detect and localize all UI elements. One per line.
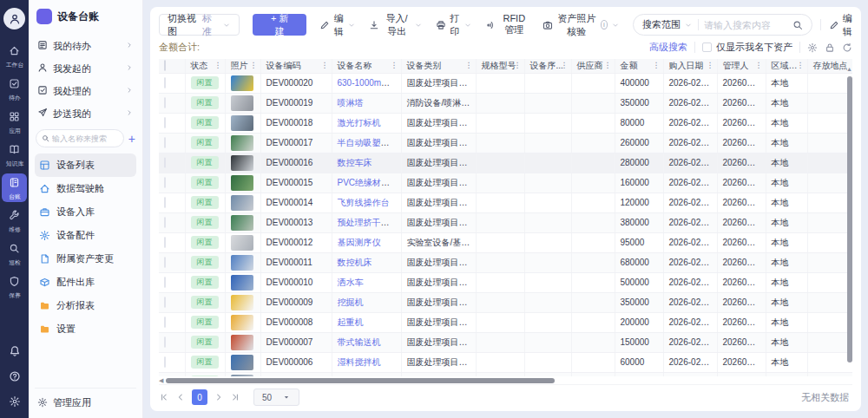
table-row[interactable]: 闲置DEV000007带式输送机固废处理项目焚烧系...1500002026-0… (159, 332, 852, 352)
rail-item-台账[interactable]: 台账 (2, 173, 27, 202)
table-row[interactable]: 闲置DEV000006湿料搅拌机固废处理项目焚烧系...600002026-02… (159, 352, 852, 372)
search-icon[interactable] (792, 20, 803, 30)
sidebar-menu-抄送我的[interactable]: 抄送我的 (35, 102, 136, 125)
toolbar-button-RFID管理[interactable]: RFID管理 (485, 13, 529, 36)
row-checkbox[interactable] (164, 157, 166, 168)
search-scope-dropdown[interactable]: 搜索范围 (642, 18, 693, 31)
first-page-button[interactable] (159, 392, 169, 402)
column-header-设备序...[interactable]: 设备序...⋮ (524, 59, 571, 73)
column-header-规格型号[interactable]: 规格型号⋮ (476, 59, 524, 73)
column-menu-icon[interactable]: ⋮ (604, 61, 612, 69)
equipment-photo[interactable] (231, 95, 253, 111)
sidebar-item-设备列表[interactable]: 设备列表 (35, 153, 136, 177)
equipment-photo[interactable] (231, 195, 253, 211)
refresh-icon[interactable] (842, 42, 852, 53)
column-header-供应商[interactable]: 供应商⋮ (571, 59, 615, 73)
vertical-scrollbar[interactable] (847, 76, 852, 362)
sidebar-item-数据驾驶舱[interactable]: 数据驾驶舱 (35, 177, 136, 200)
sidebar-item-配件出库[interactable]: 配件出库 (35, 271, 136, 294)
gear-icon[interactable] (9, 395, 21, 411)
equipment-name-link[interactable]: 带式输送机 (338, 337, 381, 347)
equipment-name-link[interactable]: 基因测序仪 (338, 238, 381, 247)
add-view-button[interactable]: + (128, 133, 135, 145)
row-checkbox[interactable] (164, 117, 166, 128)
column-header-设备编码[interactable]: 设备编码⋮ (260, 59, 332, 73)
sidebar-menu-我发起的[interactable]: 我发起的 (35, 57, 136, 80)
row-checkbox[interactable] (164, 177, 166, 188)
column-header-管理人[interactable]: 管理人⋮ (717, 59, 766, 73)
global-search-input[interactable] (704, 20, 787, 30)
equipment-photo[interactable] (231, 135, 253, 151)
manage-app-button[interactable]: 管理应用 (35, 388, 136, 411)
equipment-photo[interactable] (231, 175, 253, 191)
sidebar-menu-我处理的[interactable]: 我处理的 (35, 80, 136, 102)
table-row[interactable]: 闲置DEV000012基因测序仪实验室设备/基因测序仪950002026-02-… (159, 232, 852, 252)
table-row[interactable]: 闲置DEV000009挖掘机固废处理项目焚烧系...3500002026-02-… (159, 292, 852, 312)
equipment-name-link[interactable]: PVC绝缘材料电... (338, 178, 402, 187)
sidebar-item-设置[interactable]: 设置 (35, 317, 136, 341)
column-menu-icon[interactable]: ⋮ (514, 61, 522, 69)
row-checkbox[interactable] (164, 317, 166, 328)
row-checkbox[interactable] (164, 257, 166, 268)
row-checkbox[interactable] (164, 197, 166, 208)
equipment-name-link[interactable]: 半自动吸塑成型机 (338, 138, 402, 147)
rail-item-知识库[interactable]: 知识库 (2, 140, 27, 169)
row-checkbox[interactable] (164, 137, 166, 148)
only-mine-toggle[interactable]: 仅显示我名下资产 (702, 41, 792, 54)
table-row[interactable]: 闲置DEV000018激光打标机固废处理项目焚烧系...800002026-02… (159, 113, 852, 133)
column-menu-icon[interactable]: ⋮ (214, 61, 222, 69)
row-checkbox[interactable] (164, 336, 166, 348)
equipment-photo[interactable] (231, 255, 253, 271)
equipment-name-link[interactable]: 挖掘机 (338, 297, 364, 307)
equipment-name-link[interactable]: 630-1000mm无... (338, 78, 402, 88)
column-menu-icon[interactable]: ⋮ (707, 61, 714, 69)
table-row[interactable]: 闲置DEV000020630-1000mm无...固废处理项目焚烧系...400… (159, 73, 852, 93)
row-checkbox[interactable] (164, 77, 166, 88)
equipment-photo[interactable] (231, 235, 253, 251)
column-header-金额[interactable]: 金额⋮ (615, 59, 663, 73)
row-checkbox[interactable] (164, 356, 166, 368)
select-all-checkbox[interactable] (164, 60, 166, 71)
equipment-photo[interactable] (231, 275, 253, 291)
table-row[interactable]: 闲置DEV000010洒水车固废处理项目焚烧系...5000002026-02-… (159, 272, 852, 292)
column-header-购入日期[interactable]: 购入日期⋮ (663, 59, 717, 73)
column-header-区域名称[interactable]: 区域名称⋮ (766, 59, 807, 73)
table-row[interactable]: 闲置DEV000014飞剪线操作台固废处理项目焚烧系...1200002026-… (159, 193, 852, 212)
equipment-photo[interactable] (231, 155, 253, 171)
column-menu-icon[interactable]: ⋮ (755, 61, 763, 69)
table-row[interactable]: 闲置DEV000013预处理挤干辊交...固废处理项目焚烧系...3800002… (159, 212, 852, 232)
page-size-select[interactable]: 50 (253, 389, 299, 406)
rail-item-工作台[interactable]: 工作台 (2, 42, 27, 70)
toolbar-button-导入/导出[interactable]: 导入/导出 (369, 12, 423, 38)
rail-item-巡检[interactable]: 巡检 (2, 239, 27, 268)
horizontal-scrollbar-thumb[interactable] (166, 378, 555, 383)
row-checkbox[interactable] (164, 297, 166, 308)
column-menu-icon[interactable]: ⋮ (561, 61, 569, 69)
equipment-name-link[interactable]: 预处理挤干辊交... (338, 218, 402, 227)
table-row[interactable]: 闲置DEV000011数控机床固废处理项目焚烧系...6800002026-02… (159, 252, 852, 272)
rail-item-应用[interactable]: 应用 (2, 108, 27, 136)
next-page-button[interactable] (214, 392, 224, 402)
table-row[interactable]: 闲置DEV000015PVC绝缘材料电...固废处理项目焚烧系...160000… (159, 173, 852, 193)
scrollbar-up-arrow[interactable]: ▲ (846, 66, 852, 72)
rail-item-保养[interactable]: 保养 (2, 272, 27, 301)
sidebar-menu-我的待办[interactable]: 我的待办 (35, 35, 136, 57)
toolbar-button-编辑[interactable]: 编辑 (319, 12, 356, 38)
last-page-button[interactable] (230, 392, 240, 402)
column-menu-icon[interactable]: ⋮ (250, 61, 258, 69)
sidebar-search-box[interactable] (36, 129, 124, 147)
column-header-状态[interactable]: 状态⋮ (185, 59, 225, 73)
rail-item-待办[interactable]: 待办 (2, 75, 27, 103)
current-page-button[interactable]: 0 (192, 389, 207, 405)
column-menu-icon[interactable]: ⋮ (391, 61, 398, 69)
sidebar-search-input[interactable] (52, 134, 118, 143)
equipment-name-link[interactable]: 激光打标机 (338, 118, 381, 127)
equipment-photo[interactable] (231, 355, 253, 370)
equipment-name-link[interactable]: 洒水车 (338, 278, 364, 287)
row-checkbox[interactable] (164, 97, 166, 108)
equipment-photo[interactable] (231, 115, 253, 131)
column-menu-icon[interactable]: ⋮ (653, 61, 661, 69)
equipment-photo[interactable] (231, 315, 253, 330)
only-mine-checkbox[interactable] (702, 42, 712, 52)
toolbar-button-打印[interactable]: 打印 (436, 12, 472, 38)
